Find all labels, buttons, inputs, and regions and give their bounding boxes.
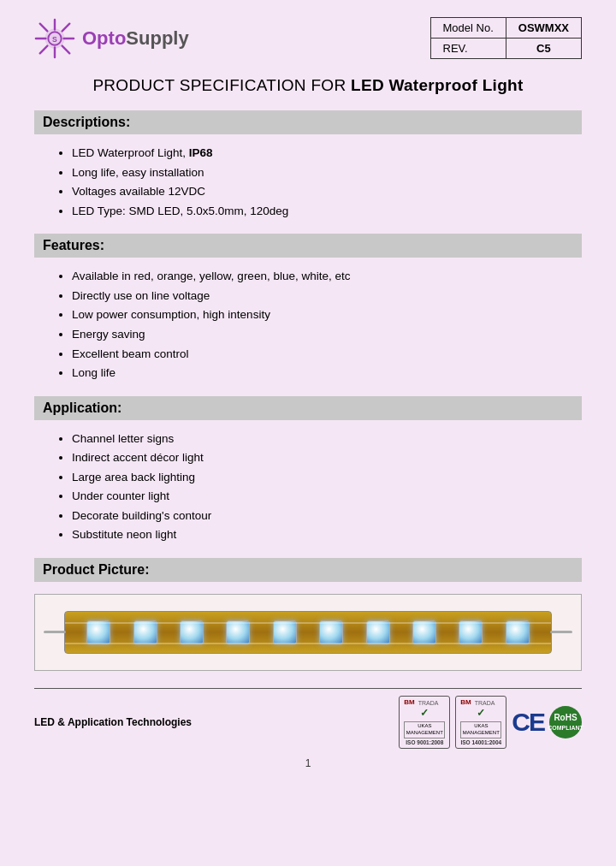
led-module [180,620,204,644]
iso-14001-badge: BM TRADA ✓ UKASMANAGEMENT ISO 14001:2004 [455,696,506,749]
iso-9001-badge: BM TRADA ✓ UKASMANAGEMENT ISO 9001:2008 [399,696,450,749]
list-item: LED Type: SMD LED, 5.0x5.0mm, 120deg [72,203,582,220]
model-label: Model No. [430,18,506,39]
led-module [459,620,483,644]
led-module [506,620,530,644]
led-module [319,620,343,644]
led-module [226,620,250,644]
footer: LED & Application Technologies BM TRADA … [34,688,582,749]
list-item: Under counter light [72,488,582,505]
list-item: Voltages available 12VDC [72,183,582,200]
footer-company: LED & Application Technologies [34,716,192,728]
footer-logos: BM TRADA ✓ UKASMANAGEMENT ISO 9001:2008 … [399,696,582,749]
product-image [34,594,582,671]
led-module [412,620,436,644]
list-item: Excellent beam control [72,346,582,363]
list-item: Long life [72,365,582,382]
list-item: Indirect accent décor light [72,449,582,466]
descriptions-header: Descriptions: [34,110,582,134]
features-header: Features: [34,234,582,258]
page: S OptoSupply Model No. OSWMXX REV. C5 PR… [0,0,616,866]
product-picture-section: Product Picture: [34,558,582,671]
led-strip [64,611,552,654]
list-item: Low power consumption, high intensity [72,306,582,323]
model-value: OSWMXX [506,18,581,39]
svg-line-8 [40,45,48,53]
logo-text: OptoSupply [82,27,189,50]
led-module [133,620,157,644]
list-item: LED Waterproof Light, IP68 [72,145,582,162]
list-item: Large area back lighting [72,469,582,486]
descriptions-content: LED Waterproof Light, IP68 Long life, ea… [34,141,582,230]
list-item: Available in red, orange, yellow, green,… [72,268,582,285]
led-module [86,620,110,644]
list-item: Long life, easy installation [72,164,582,181]
list-item: Directly use on line voltage [72,288,582,305]
rohs-badge: RoHSCOMPLIANT [549,706,582,738]
application-header: Application: [34,396,582,420]
svg-line-6 [62,45,70,53]
list-item: Energy saving [72,326,582,343]
logo-icon: S [34,18,75,59]
rev-value: C5 [506,39,581,59]
svg-line-5 [40,23,48,31]
ce-mark: CE [512,709,544,735]
features-content: Available in red, orange, yellow, green,… [34,264,582,392]
header: S OptoSupply Model No. OSWMXX REV. C5 [34,17,582,59]
led-module [273,620,297,644]
page-title: PRODUCT SPECIFICATION FOR LED Waterproof… [34,76,582,95]
application-content: Channel letter signs Indirect accent déc… [34,427,582,555]
rev-label: REV. [430,39,506,59]
logo-opto: Opto [82,27,126,49]
list-item: Channel letter signs [72,430,582,448]
led-module [366,620,390,644]
logo-supply: Supply [126,27,188,49]
model-table: Model No. OSWMXX REV. C5 [430,17,582,59]
svg-line-7 [62,23,70,31]
logo-area: S OptoSupply [34,18,189,59]
page-number: 1 [34,757,582,769]
svg-text:S: S [52,34,57,43]
product-picture-header: Product Picture: [34,558,582,582]
list-item: Substitute neon light [72,526,582,543]
list-item: Decorate building's contour [72,507,582,525]
